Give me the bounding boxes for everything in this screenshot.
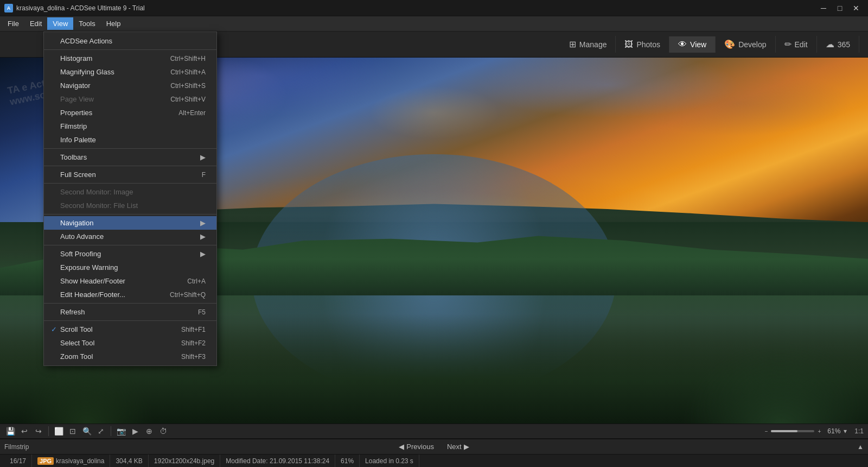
toolbar-separator-2 (111, 426, 111, 436)
dd-auto-advance[interactable]: Auto Advance ▶ (44, 230, 216, 243)
expand-button[interactable]: ⤢ (95, 425, 107, 437)
prev-label: Previous (406, 443, 434, 451)
next-label: Next (447, 443, 462, 451)
dd-select-tool[interactable]: Select Tool Shift+F2 (44, 336, 216, 350)
dd-second-monitor-filelist: Second Monitor: File List (44, 199, 216, 212)
menu-view[interactable]: View (47, 17, 73, 30)
minimize-button[interactable]: ─ (816, 2, 831, 14)
zoom-minus-icon: − (765, 428, 768, 434)
zoom-dropdown-arrow[interactable]: ▾ (844, 427, 847, 435)
titlebar-left: A krasivaya_dolina - ACDSee Ultimate 9 -… (4, 4, 145, 12)
zoom-in-button[interactable]: 🔍 (81, 425, 93, 437)
dd-toolbars[interactable]: Toolbars ▶ (44, 150, 216, 164)
status-dimensions: 1920x1200x24b.jpeg (149, 455, 220, 467)
maximize-button[interactable]: □ (832, 2, 847, 14)
nav-365[interactable]: ☁ 365 (817, 36, 859, 53)
filmstrip-label: Filmstrip (4, 443, 29, 451)
dd-properties[interactable]: Properties Alt+Enter (44, 106, 216, 119)
actual-size-button[interactable]: ⊡ (67, 425, 79, 437)
dd-full-screen[interactable]: Full Screen F (44, 168, 216, 181)
nav-develop-label: Develop (738, 40, 766, 49)
dd-navigation[interactable]: Navigation ▶ (44, 216, 216, 230)
nav-develop[interactable]: 🎨 Develop (716, 36, 775, 53)
zoom-percentage: 61% (824, 427, 840, 435)
dd-sep-3 (44, 166, 216, 166)
slideshow-button[interactable]: ⊕ (143, 425, 155, 437)
format-badge: JPG (37, 457, 54, 465)
file-position: 16/17 (10, 457, 26, 465)
dd-scroll-tool[interactable]: ✓ Scroll Tool Shift+F1 (44, 323, 216, 336)
nav-manage-label: Manage (579, 40, 607, 49)
dd-sep-2 (44, 148, 216, 149)
dd-sep-6 (44, 245, 216, 245)
status-format: JPG krasivaya_dolina (32, 455, 110, 467)
filesize: 304,4 KB (116, 457, 142, 465)
titlebar-controls: ─ □ ✕ (816, 2, 864, 14)
view-dropdown-menu: ACDSee Actions Histogram Ctrl+Shift+H Ma… (43, 31, 217, 366)
dd-filmstrip[interactable]: Filmstrip (44, 119, 216, 133)
bottom-toolbar: 💾 ↩ ↪ ⬜ ⊡ 🔍 ⤢ 📷 ▶ ⊕ ⏱ − + 61% ▾ 1:1 (0, 424, 868, 439)
menu-file[interactable]: File (2, 17, 24, 30)
menu-help[interactable]: Help (101, 17, 126, 30)
check-icon: ✓ (49, 325, 58, 333)
dd-magnifying-glass[interactable]: Magnifying Glass Ctrl+Shift+A (44, 65, 216, 79)
nav-view-label: View (690, 40, 706, 49)
filmstrip-expand-button[interactable]: ▲ (857, 443, 864, 451)
nav-view[interactable]: 👁 View (669, 36, 716, 53)
redo-button[interactable]: ↪ (33, 425, 44, 437)
zoom-ratio: 1:1 (854, 427, 864, 435)
dd-page-view: Page View Ctrl+Shift+V (44, 92, 216, 106)
nav-photos-label: Photos (636, 40, 660, 49)
cloud-icon: ☁ (826, 39, 834, 49)
next-button[interactable]: Next ▶ (447, 443, 469, 451)
dd-second-monitor-image: Second Monitor: Image (44, 185, 216, 199)
title-text: krasivaya_dolina - ACDSee Ultimate 9 - T… (16, 4, 145, 12)
zoom-slider[interactable] (771, 430, 814, 432)
dd-zoom-tool[interactable]: Zoom Tool Shift+F3 (44, 350, 216, 363)
manage-icon: ⊞ (569, 39, 576, 49)
dd-sep-5 (44, 214, 216, 214)
close-button[interactable]: ✕ (848, 2, 864, 14)
prev-button[interactable]: ◀ Previous (399, 443, 434, 451)
menu-tools[interactable]: Tools (73, 17, 100, 30)
nav-manage[interactable]: ⊞ Manage (560, 36, 616, 53)
dd-histogram[interactable]: Histogram Ctrl+Shift+H (44, 52, 216, 65)
play-button[interactable]: ▶ (129, 425, 141, 437)
next-arrow-icon: ▶ (464, 443, 469, 451)
filmstrip-navigation: ◀ Previous Next ▶ (399, 443, 469, 451)
nav-photos[interactable]: 🖼 Photos (616, 36, 669, 53)
dd-navigator[interactable]: Navigator Ctrl+Shift+S (44, 79, 216, 92)
nav-edit-label: Edit (795, 40, 808, 49)
modified-date: Modified Date: 21.09.2015 11:38:24 (226, 457, 329, 465)
toolbar-separator-1 (48, 426, 49, 436)
menu-edit[interactable]: Edit (24, 17, 47, 30)
undo-button[interactable]: ↩ (18, 425, 30, 437)
zoom-slider-fill (771, 430, 797, 432)
fit-button[interactable]: ⬜ (53, 425, 65, 437)
dd-soft-proofing[interactable]: Soft Proofing ▶ (44, 247, 216, 261)
menubar: File Edit View Tools Help (0, 16, 868, 31)
filmstrip-bar: Filmstrip ◀ Previous Next ▶ ▲ (0, 439, 868, 454)
dd-exposure-warning[interactable]: Exposure Warning (44, 261, 216, 274)
photos-icon: 🖼 (624, 40, 633, 49)
filename: krasivaya_dolina (56, 457, 104, 465)
dd-acdsee-actions[interactable]: ACDSee Actions (44, 34, 216, 48)
camera-button[interactable]: 📷 (115, 425, 127, 437)
statusbar: 16/17 JPG krasivaya_dolina 304,4 KB 1920… (0, 454, 868, 467)
nav-365-label: 365 (838, 40, 850, 49)
zoom-plus-icon: + (818, 428, 821, 434)
dd-info-palette[interactable]: Info Palette (44, 133, 216, 147)
nav-edit[interactable]: ✏ Edit (776, 36, 817, 53)
dd-refresh[interactable]: Refresh F5 (44, 305, 216, 319)
status-modified: Modified Date: 21.09.2015 11:38:24 (220, 455, 335, 467)
save-button[interactable]: 💾 (4, 425, 16, 437)
dd-sep-7 (44, 303, 216, 304)
timer-button[interactable]: ⏱ (157, 425, 169, 437)
status-position: 16/17 (4, 455, 32, 467)
app-icon: A (4, 4, 13, 12)
status-loadtime: Loaded in 0.23 s (360, 455, 419, 467)
dd-edit-header-footer[interactable]: Edit Header/Footer... Ctrl+Shift+Q (44, 288, 216, 301)
status-zoom-value: 61% (341, 457, 354, 465)
status-zoom: 61% (335, 455, 360, 467)
dd-show-header-footer[interactable]: Show Header/Footer Ctrl+A (44, 274, 216, 288)
